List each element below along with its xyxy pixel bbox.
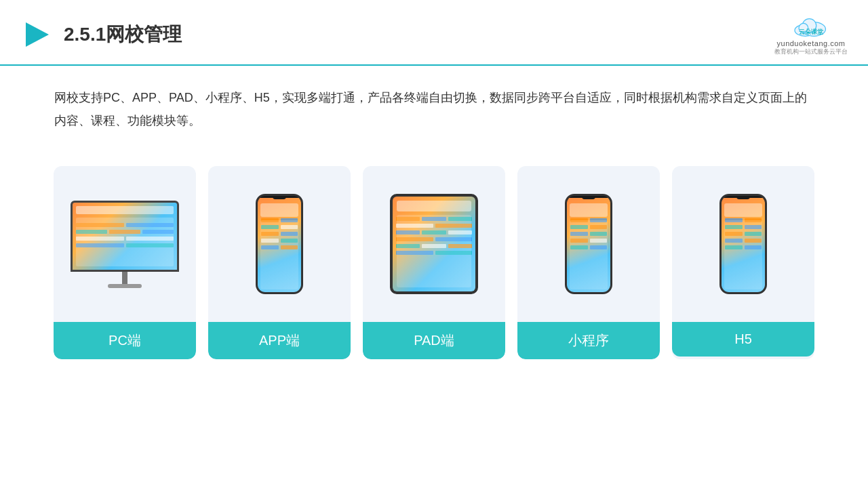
cards-container: PC端 (0, 146, 868, 373)
card-h5-image (679, 180, 808, 308)
tablet-mockup-pad (390, 194, 478, 294)
logo-area: 云朵课堂 yunduoketang.com 教育机构一站式服务云平台 (774, 12, 848, 56)
card-app-label: APP端 (208, 322, 351, 359)
card-h5: H5 (672, 166, 814, 359)
logo-tagline: 教育机构一站式服务云平台 (774, 47, 848, 56)
card-pad-image (370, 180, 498, 308)
description-content: 网校支持PC、APP、PAD、小程序、H5，实现多端打通，产品各终端自由切换，数… (54, 91, 807, 127)
card-miniprogram-label: 小程序 (517, 322, 660, 359)
card-pad-label: PAD端 (363, 322, 505, 359)
card-miniprogram-image (524, 180, 653, 308)
header-left: 2.5.1网校管理 (20, 18, 182, 51)
description-text: 网校支持PC、APP、PAD、小程序、H5，实现多端打通，产品各终端自由切换，数… (0, 66, 868, 139)
pc-monitor-icon (71, 201, 179, 288)
page-header: 2.5.1网校管理 云朵课堂 yunduoketang.com 教育机构一站式服… (0, 0, 868, 66)
phone-mockup-h5 (719, 194, 767, 294)
card-h5-label: H5 (672, 322, 814, 357)
phone-mockup-app (256, 194, 303, 294)
svg-text:云朵课堂: 云朵课堂 (799, 28, 823, 35)
page-title: 2.5.1网校管理 (64, 22, 182, 47)
card-pad: PAD端 (363, 166, 505, 359)
card-miniprogram: 小程序 (517, 166, 660, 359)
card-pc-image (60, 180, 189, 308)
card-pc-label: PC端 (54, 322, 196, 359)
card-app-image (215, 180, 344, 308)
svg-marker-0 (26, 22, 49, 47)
play-icon (20, 18, 53, 51)
logo-icon: 云朵课堂 (791, 12, 831, 38)
phone-mockup-miniprogram (565, 194, 612, 294)
logo-domain: yunduoketang.com (777, 39, 846, 47)
card-app: APP端 (208, 166, 351, 359)
card-pc: PC端 (54, 166, 196, 359)
